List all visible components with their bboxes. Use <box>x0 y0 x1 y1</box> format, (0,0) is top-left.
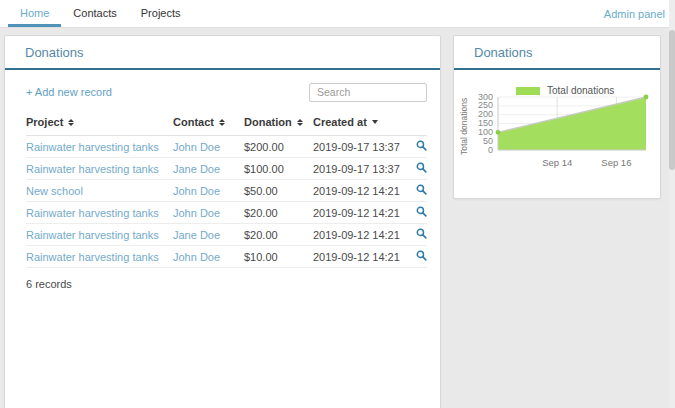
chart-plot-area <box>498 97 646 150</box>
magnifier-icon <box>416 161 427 176</box>
created-at: 2019-09-17 13:37 <box>313 163 400 175</box>
donation-amount: $20.00 <box>244 229 278 241</box>
admin-panel-link[interactable]: Admin panel <box>604 0 665 28</box>
table-header-row: ProjectContactDonationCreated at <box>26 111 427 136</box>
table-row: New schoolJohn Doe$50.002019-09-12 14:21 <box>26 180 427 202</box>
contact-link[interactable]: Jane Doe <box>173 229 220 241</box>
donations-table: ProjectContactDonationCreated at Rainwat… <box>26 111 427 268</box>
sort-desc-icon <box>372 120 378 124</box>
chart-y-axis-label: Total donations <box>459 97 469 155</box>
project-link[interactable]: Rainwater harvesting tanks <box>26 251 159 263</box>
table-row: Rainwater harvesting tanksJohn Doe$200.0… <box>26 136 427 158</box>
nav-tab-contacts[interactable]: Contacts <box>61 0 128 27</box>
add-new-record-link[interactable]: + Add new record <box>26 86 112 98</box>
donation-amount: $50.00 <box>244 185 278 197</box>
table-row: Rainwater harvesting tanksJohn Doe$20.00… <box>26 202 427 224</box>
scrollbar-track <box>669 0 675 408</box>
y-tick-label: 200 <box>469 110 493 119</box>
donations-table-card: Donations + Add new record ProjectContac… <box>4 35 441 408</box>
y-tick-label: 100 <box>469 128 493 137</box>
nav-tab-projects[interactable]: Projects <box>129 0 193 27</box>
table-row: Rainwater harvesting tanksJohn Doe$10.00… <box>26 246 427 268</box>
magnifier-icon <box>416 183 427 198</box>
sort-both-icon <box>68 119 74 126</box>
column-header-created-at[interactable]: Created at <box>313 116 408 128</box>
column-header-contact[interactable]: Contact <box>173 116 244 128</box>
view-record-button[interactable] <box>416 140 427 151</box>
created-at: 2019-09-12 14:21 <box>313 251 400 263</box>
view-record-button[interactable] <box>416 162 427 173</box>
y-tick-label: 250 <box>469 101 493 110</box>
magnifier-icon <box>416 205 427 220</box>
table-row: Rainwater harvesting tanksJane Doe$100.0… <box>26 158 427 180</box>
column-header-project[interactable]: Project <box>26 116 173 128</box>
y-tick-label: 150 <box>469 119 493 128</box>
contact-link[interactable]: John Doe <box>173 207 220 219</box>
area-chart-svg <box>498 97 646 150</box>
view-record-button[interactable] <box>416 228 427 239</box>
project-link[interactable]: Rainwater harvesting tanks <box>26 207 159 219</box>
scrollbar-thumb[interactable] <box>669 30 675 170</box>
legend-label: Total donations <box>547 85 614 96</box>
y-tick-label: 300 <box>469 93 493 102</box>
created-at: 2019-09-17 13:37 <box>313 141 400 153</box>
table-row: Rainwater harvesting tanksJane Doe$20.00… <box>26 224 427 246</box>
records-count: 6 records <box>26 278 427 290</box>
donation-amount: $20.00 <box>244 207 278 219</box>
created-at: 2019-09-12 14:21 <box>313 229 400 241</box>
view-record-button[interactable] <box>416 250 427 261</box>
donation-amount: $10.00 <box>244 251 278 263</box>
table-toolbar: + Add new record <box>26 82 427 102</box>
magnifier-icon <box>416 249 427 264</box>
view-record-button[interactable] <box>416 206 427 217</box>
sort-both-icon <box>219 119 225 126</box>
y-tick-label: 0 <box>469 146 493 155</box>
magnifier-icon <box>416 139 427 154</box>
contact-link[interactable]: Jane Doe <box>173 163 220 175</box>
y-tick-label: 50 <box>469 137 493 146</box>
chart-card-title: Donations <box>454 36 660 70</box>
project-link[interactable]: Rainwater harvesting tanks <box>26 229 159 241</box>
created-at: 2019-09-12 14:21 <box>313 185 400 197</box>
chart-legend: Total donations <box>516 85 614 96</box>
data-point <box>644 95 649 100</box>
view-record-button[interactable] <box>416 184 427 195</box>
donations-chart-card: Donations Total donations Total donation… <box>453 35 661 199</box>
search-input[interactable] <box>309 83 427 102</box>
contact-link[interactable]: John Doe <box>173 251 220 263</box>
project-link[interactable]: Rainwater harvesting tanks <box>26 163 159 175</box>
magnifier-icon <box>416 227 427 242</box>
contact-link[interactable]: John Doe <box>173 141 220 153</box>
contact-link[interactable]: John Doe <box>173 185 220 197</box>
sort-both-icon <box>297 119 303 126</box>
legend-swatch <box>516 87 540 95</box>
nav-tab-home[interactable]: Home <box>8 0 61 27</box>
project-link[interactable]: Rainwater harvesting tanks <box>26 141 159 153</box>
created-at: 2019-09-12 14:21 <box>313 207 400 219</box>
donations-chart: Total donations Total donations 05010015… <box>454 70 660 202</box>
top-navbar: Home Contacts Projects Admin panel <box>0 0 675 28</box>
donation-amount: $200.00 <box>244 141 284 153</box>
data-point <box>496 130 501 135</box>
donations-card-title: Donations <box>5 36 440 70</box>
column-header-donation[interactable]: Donation <box>244 116 313 128</box>
x-tick-label: Sep 16 <box>594 157 638 168</box>
project-link[interactable]: New school <box>26 185 83 197</box>
donation-amount: $100.00 <box>244 163 284 175</box>
x-tick-label: Sep 14 <box>535 157 579 168</box>
table-body: Rainwater harvesting tanksJohn Doe$200.0… <box>26 136 427 268</box>
